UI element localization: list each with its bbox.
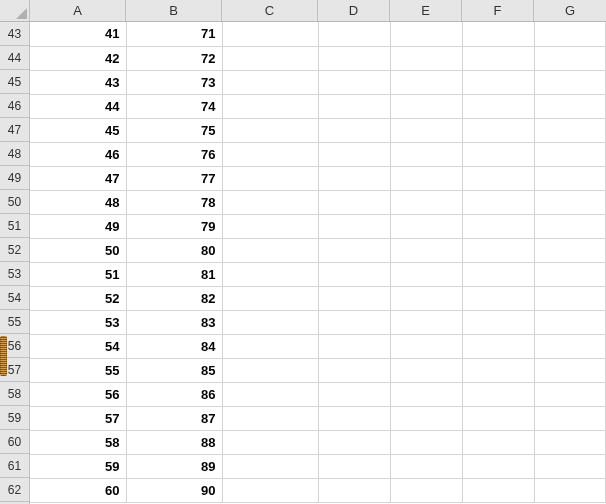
cell-F46[interactable]	[462, 94, 534, 118]
row-header-43[interactable]: 43	[0, 22, 29, 46]
cell-F43[interactable]	[462, 22, 534, 46]
cell-D58[interactable]	[318, 382, 390, 406]
cell-B54[interactable]: 82	[126, 286, 222, 310]
cell-F60[interactable]	[462, 430, 534, 454]
cell-G54[interactable]	[534, 286, 606, 310]
cell-F52[interactable]	[462, 238, 534, 262]
cell-B55[interactable]: 83	[126, 310, 222, 334]
cell-A52[interactable]: 50	[30, 238, 126, 262]
cell-C57[interactable]	[222, 358, 318, 382]
cell-B52[interactable]: 80	[126, 238, 222, 262]
cell-D44[interactable]	[318, 46, 390, 70]
cell-B44[interactable]: 72	[126, 46, 222, 70]
cell-E43[interactable]	[390, 22, 462, 46]
cell-D47[interactable]	[318, 118, 390, 142]
cell-E50[interactable]	[390, 190, 462, 214]
cell-C56[interactable]	[222, 334, 318, 358]
cell-F48[interactable]	[462, 142, 534, 166]
cell-G53[interactable]	[534, 262, 606, 286]
cell-C43[interactable]	[222, 22, 318, 46]
cell-C61[interactable]	[222, 454, 318, 478]
cell-G56[interactable]	[534, 334, 606, 358]
cell-D45[interactable]	[318, 70, 390, 94]
cell-A50[interactable]: 48	[30, 190, 126, 214]
column-header-E[interactable]: E	[390, 0, 462, 21]
row-header-61[interactable]: 61	[0, 454, 29, 478]
cell-D52[interactable]	[318, 238, 390, 262]
cell-A54[interactable]: 52	[30, 286, 126, 310]
cell-B50[interactable]: 78	[126, 190, 222, 214]
column-header-F[interactable]: F	[462, 0, 534, 21]
cell-D61[interactable]	[318, 454, 390, 478]
cell-D51[interactable]	[318, 214, 390, 238]
cell-D48[interactable]	[318, 142, 390, 166]
cell-C45[interactable]	[222, 70, 318, 94]
cell-B53[interactable]: 81	[126, 262, 222, 286]
cell-B61[interactable]: 89	[126, 454, 222, 478]
cell-G44[interactable]	[534, 46, 606, 70]
cell-B46[interactable]: 74	[126, 94, 222, 118]
cell-C54[interactable]	[222, 286, 318, 310]
row-header-48[interactable]: 48	[0, 142, 29, 166]
cell-C62[interactable]	[222, 478, 318, 502]
row-header-44[interactable]: 44	[0, 46, 29, 70]
cell-C46[interactable]	[222, 94, 318, 118]
cell-E44[interactable]	[390, 46, 462, 70]
cell-F61[interactable]	[462, 454, 534, 478]
cell-A48[interactable]: 46	[30, 142, 126, 166]
select-all-corner[interactable]	[0, 0, 30, 22]
cell-A57[interactable]: 55	[30, 358, 126, 382]
cell-C47[interactable]	[222, 118, 318, 142]
cell-E56[interactable]	[390, 334, 462, 358]
cell-B57[interactable]: 85	[126, 358, 222, 382]
cell-F47[interactable]	[462, 118, 534, 142]
cell-D43[interactable]	[318, 22, 390, 46]
cell-A58[interactable]: 56	[30, 382, 126, 406]
cell-F58[interactable]	[462, 382, 534, 406]
cell-C52[interactable]	[222, 238, 318, 262]
row-header-46[interactable]: 46	[0, 94, 29, 118]
row-header-45[interactable]: 45	[0, 70, 29, 94]
cell-B45[interactable]: 73	[126, 70, 222, 94]
cell-A46[interactable]: 44	[30, 94, 126, 118]
row-header-51[interactable]: 51	[0, 214, 29, 238]
row-header-60[interactable]: 60	[0, 430, 29, 454]
cell-F49[interactable]	[462, 166, 534, 190]
cell-E51[interactable]	[390, 214, 462, 238]
cell-G46[interactable]	[534, 94, 606, 118]
cell-D46[interactable]	[318, 94, 390, 118]
cell-C60[interactable]	[222, 430, 318, 454]
cell-E47[interactable]	[390, 118, 462, 142]
cell-D62[interactable]	[318, 478, 390, 502]
cell-F53[interactable]	[462, 262, 534, 286]
cell-G52[interactable]	[534, 238, 606, 262]
vertical-scroll-thumb[interactable]	[0, 336, 7, 376]
cell-A59[interactable]: 57	[30, 406, 126, 430]
column-header-D[interactable]: D	[318, 0, 390, 21]
cell-F44[interactable]	[462, 46, 534, 70]
row-header-54[interactable]: 54	[0, 286, 29, 310]
row-header-47[interactable]: 47	[0, 118, 29, 142]
cell-D59[interactable]	[318, 406, 390, 430]
cell-F55[interactable]	[462, 310, 534, 334]
cell-B59[interactable]: 87	[126, 406, 222, 430]
cell-F50[interactable]	[462, 190, 534, 214]
cell-E62[interactable]	[390, 478, 462, 502]
cell-C48[interactable]	[222, 142, 318, 166]
row-header-50[interactable]: 50	[0, 190, 29, 214]
cell-F59[interactable]	[462, 406, 534, 430]
cell-B51[interactable]: 79	[126, 214, 222, 238]
cell-G55[interactable]	[534, 310, 606, 334]
cell-D49[interactable]	[318, 166, 390, 190]
cell-G48[interactable]	[534, 142, 606, 166]
cell-F54[interactable]	[462, 286, 534, 310]
cell-E52[interactable]	[390, 238, 462, 262]
cell-E46[interactable]	[390, 94, 462, 118]
cell-A45[interactable]: 43	[30, 70, 126, 94]
cell-B60[interactable]: 88	[126, 430, 222, 454]
cell-B43[interactable]: 71	[126, 22, 222, 46]
cell-B56[interactable]: 84	[126, 334, 222, 358]
cell-A61[interactable]: 59	[30, 454, 126, 478]
cell-G61[interactable]	[534, 454, 606, 478]
cell-G62[interactable]	[534, 478, 606, 502]
